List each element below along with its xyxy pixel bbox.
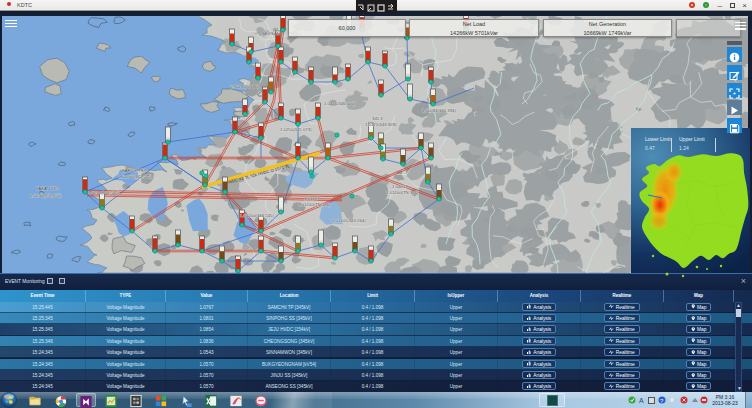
svg-text:1.01200(342.545): 1.01200(342.545): [240, 213, 274, 218]
svg-text:1.0325(343.828): 1.0325(343.828): [365, 122, 397, 127]
svg-text:1.04017: 1.04017: [392, 184, 408, 189]
svg-text:1.0416(346.000): 1.0416(346.000): [324, 101, 356, 106]
svg-text:A: A: [639, 397, 644, 404]
svg-text:1.01101(343.264): 1.01101(343.264): [332, 218, 366, 223]
svg-text:1.0234(342.545): 1.0234(342.545): [88, 190, 120, 195]
svg-text:1.01200(TN.336): 1.01200(TN.336): [298, 202, 331, 207]
svg-text:1.01167: 1.01167: [304, 196, 320, 201]
svg-text:1.01200(342.545): 1.01200(342.545): [118, 174, 152, 179]
svg-text:0.9028(20.680): 0.9028(20.680): [230, 84, 260, 89]
svg-text:SEOSAN: SEOSAN: [262, 31, 280, 36]
svg-text:TAEAN TP3: TAEAN TP3: [36, 186, 60, 191]
svg-text:BAEDO TS3: BAEDO TS3: [122, 168, 147, 173]
svg-text:1.0250(345.073): 1.0250(345.073): [280, 127, 312, 132]
svg-text:1.01200(TN.336): 1.01200(TN.336): [386, 190, 419, 195]
svg-text:1.00081(346.394): 1.00081(346.394): [422, 108, 456, 113]
svg-text:345.3: 345.3: [372, 116, 383, 121]
svg-text:1.0250(353.650): 1.0250(353.650): [30, 193, 62, 198]
